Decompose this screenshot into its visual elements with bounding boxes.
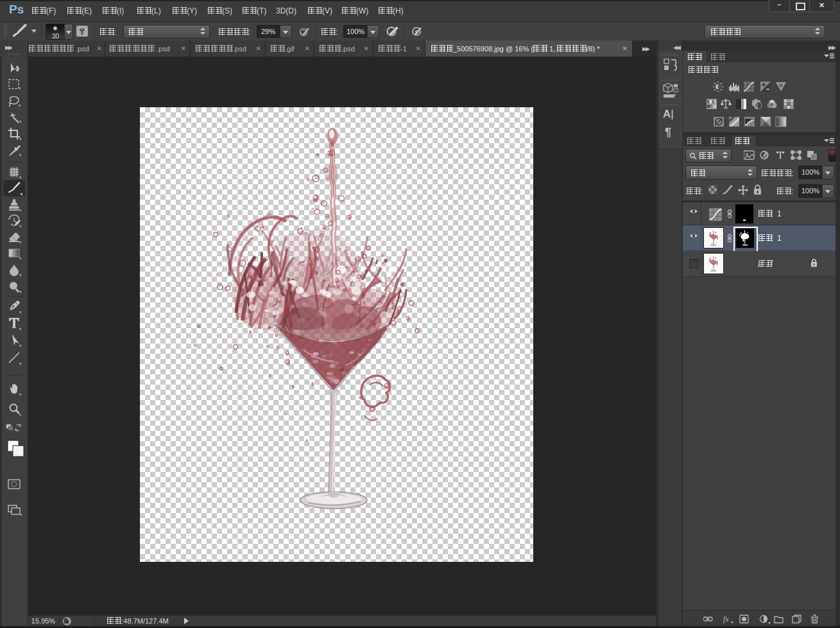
svg-text:fx: fx — [723, 615, 729, 624]
